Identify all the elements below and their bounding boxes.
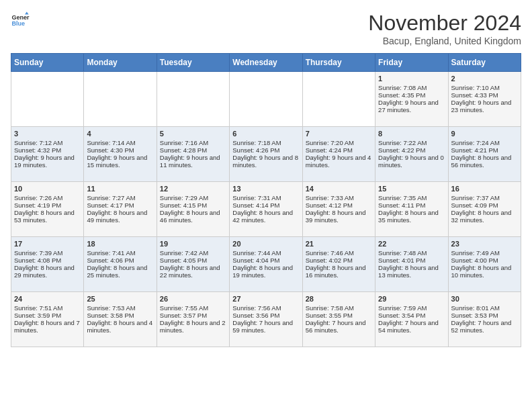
day-info: Sunset: 4:02 PM xyxy=(306,257,372,264)
day-info: Sunrise: 7:42 AM xyxy=(160,249,226,257)
day-cell xyxy=(230,72,302,127)
day-info: Sunset: 4:30 PM xyxy=(87,146,153,154)
day-cell: 11Sunrise: 7:27 AMSunset: 4:17 PMDayligh… xyxy=(84,182,157,237)
day-info: Daylight: 8 hours and 16 minutes. xyxy=(306,264,372,279)
day-number: 14 xyxy=(306,185,372,193)
day-info: Sunset: 3:58 PM xyxy=(87,312,153,319)
day-number: 16 xyxy=(451,185,518,193)
day-cell: 19Sunrise: 7:42 AMSunset: 4:05 PMDayligh… xyxy=(157,237,229,292)
day-cell: 29Sunrise: 7:59 AMSunset: 3:54 PMDayligh… xyxy=(375,292,448,347)
day-info: Sunset: 4:11 PM xyxy=(378,201,445,209)
day-number: 23 xyxy=(451,240,518,248)
day-info: Sunset: 3:57 PM xyxy=(160,312,226,319)
day-info: Sunset: 4:24 PM xyxy=(306,146,372,154)
day-info: Daylight: 9 hours and 11 minutes. xyxy=(160,154,226,169)
day-cell: 22Sunrise: 7:48 AMSunset: 4:01 PMDayligh… xyxy=(375,237,448,292)
day-info: Sunset: 3:54 PM xyxy=(378,312,445,319)
day-cell: 24Sunrise: 7:51 AMSunset: 3:59 PMDayligh… xyxy=(11,292,84,347)
day-number: 20 xyxy=(232,240,299,248)
day-cell: 25Sunrise: 7:53 AMSunset: 3:58 PMDayligh… xyxy=(84,292,157,347)
day-info: Daylight: 7 hours and 56 minutes. xyxy=(306,319,372,334)
day-number: 17 xyxy=(14,240,81,248)
day-cell xyxy=(302,72,375,127)
day-info: Sunrise: 8:01 AM xyxy=(451,304,518,312)
calendar-subtitle: Bacup, England, United Kingdom xyxy=(368,36,521,46)
day-cell: 14Sunrise: 7:33 AMSunset: 4:12 PMDayligh… xyxy=(302,182,375,237)
day-info: Sunset: 4:01 PM xyxy=(378,257,445,264)
day-number: 11 xyxy=(87,185,153,193)
day-info: Sunrise: 7:48 AM xyxy=(378,249,445,257)
day-number: 9 xyxy=(451,130,518,138)
day-number: 1 xyxy=(378,75,445,83)
day-cell: 5Sunrise: 7:16 AMSunset: 4:28 PMDaylight… xyxy=(157,127,229,182)
day-info: Daylight: 9 hours and 19 minutes. xyxy=(14,154,81,169)
day-info: Sunset: 4:28 PM xyxy=(160,146,226,154)
logo: General Blue xyxy=(11,11,30,30)
day-info: Sunset: 4:17 PM xyxy=(87,201,153,209)
calendar-title: November 2024 xyxy=(368,11,521,36)
day-info: Sunrise: 7:22 AM xyxy=(378,139,445,146)
day-info: Daylight: 8 hours and 19 minutes. xyxy=(232,264,299,279)
header-wednesday: Wednesday xyxy=(230,54,302,72)
day-cell: 23Sunrise: 7:49 AMSunset: 4:00 PMDayligh… xyxy=(448,237,521,292)
day-cell: 18Sunrise: 7:41 AMSunset: 4:06 PMDayligh… xyxy=(84,237,157,292)
day-cell: 16Sunrise: 7:37 AMSunset: 4:09 PMDayligh… xyxy=(448,182,521,237)
day-cell: 17Sunrise: 7:39 AMSunset: 4:08 PMDayligh… xyxy=(11,237,84,292)
title-area: November 2024 Bacup, England, United Kin… xyxy=(368,11,521,46)
day-info: Sunset: 3:53 PM xyxy=(451,312,518,319)
day-info: Sunrise: 7:33 AM xyxy=(306,194,372,201)
day-number: 26 xyxy=(160,295,226,303)
day-info: Sunset: 4:19 PM xyxy=(14,201,81,209)
day-number: 22 xyxy=(378,240,445,248)
day-number: 6 xyxy=(232,130,299,138)
day-cell: 7Sunrise: 7:20 AMSunset: 4:24 PMDaylight… xyxy=(302,127,375,182)
day-cell: 12Sunrise: 7:29 AMSunset: 4:15 PMDayligh… xyxy=(157,182,229,237)
day-number: 18 xyxy=(87,240,153,248)
day-info: Daylight: 8 hours and 7 minutes. xyxy=(14,319,81,334)
day-info: Daylight: 8 hours and 25 minutes. xyxy=(87,264,153,279)
day-info: Sunset: 4:09 PM xyxy=(451,201,518,209)
day-cell: 21Sunrise: 7:46 AMSunset: 4:02 PMDayligh… xyxy=(302,237,375,292)
day-info: Daylight: 8 hours and 39 minutes. xyxy=(306,209,372,224)
day-info: Sunset: 4:21 PM xyxy=(451,146,518,154)
day-info: Sunset: 4:00 PM xyxy=(451,257,518,264)
day-cell: 13Sunrise: 7:31 AMSunset: 4:14 PMDayligh… xyxy=(230,182,302,237)
day-info: Sunrise: 7:29 AM xyxy=(160,194,226,201)
day-info: Daylight: 8 hours and 49 minutes. xyxy=(87,209,153,224)
day-info: Daylight: 8 hours and 10 minutes. xyxy=(451,264,518,279)
day-cell: 27Sunrise: 7:56 AMSunset: 3:56 PMDayligh… xyxy=(230,292,302,347)
header-friday: Friday xyxy=(375,54,448,72)
day-cell: 20Sunrise: 7:44 AMSunset: 4:04 PMDayligh… xyxy=(230,237,302,292)
day-info: Sunrise: 7:18 AM xyxy=(232,139,299,146)
day-info: Sunset: 4:22 PM xyxy=(378,146,445,154)
svg-text:Blue: Blue xyxy=(11,20,25,27)
day-info: Sunrise: 7:35 AM xyxy=(378,194,445,201)
day-info: Sunrise: 7:56 AM xyxy=(232,304,299,312)
day-info: Sunset: 4:14 PM xyxy=(232,201,299,209)
day-number: 24 xyxy=(14,295,81,303)
day-info: Sunset: 4:06 PM xyxy=(87,257,153,264)
day-number: 7 xyxy=(306,130,372,138)
day-info: Daylight: 8 hours and 32 minutes. xyxy=(451,209,518,224)
header: General Blue November 2024 Bacup, Englan… xyxy=(11,11,521,46)
day-info: Sunrise: 7:37 AM xyxy=(451,194,518,201)
svg-marker-2 xyxy=(25,11,29,14)
day-info: Sunset: 4:32 PM xyxy=(14,146,81,154)
day-info: Daylight: 8 hours and 4 minutes. xyxy=(87,319,153,334)
header-tuesday: Tuesday xyxy=(157,54,229,72)
calendar-table: Sunday Monday Tuesday Wednesday Thursday… xyxy=(11,53,521,347)
day-cell: 26Sunrise: 7:55 AMSunset: 3:57 PMDayligh… xyxy=(157,292,229,347)
day-info: Sunset: 4:12 PM xyxy=(306,201,372,209)
day-cell: 30Sunrise: 8:01 AMSunset: 3:53 PMDayligh… xyxy=(448,292,521,347)
day-info: Daylight: 8 hours and 46 minutes. xyxy=(160,209,226,224)
day-info: Daylight: 9 hours and 8 minutes. xyxy=(232,154,299,169)
day-number: 8 xyxy=(378,130,445,138)
day-cell: 9Sunrise: 7:24 AMSunset: 4:21 PMDaylight… xyxy=(448,127,521,182)
header-sunday: Sunday xyxy=(11,54,84,72)
day-info: Sunset: 3:55 PM xyxy=(306,312,372,319)
day-info: Daylight: 8 hours and 42 minutes. xyxy=(232,209,299,224)
week-row-3: 10Sunrise: 7:26 AMSunset: 4:19 PMDayligh… xyxy=(11,182,521,237)
day-number: 19 xyxy=(160,240,226,248)
day-info: Sunrise: 7:12 AM xyxy=(14,139,81,146)
day-info: Daylight: 9 hours and 27 minutes. xyxy=(378,99,445,113)
